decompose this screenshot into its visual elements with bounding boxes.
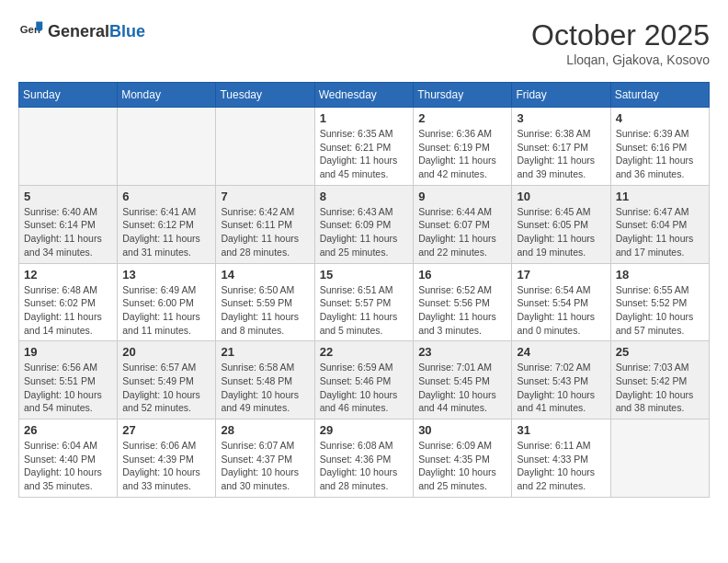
day-number: 13 [122,268,210,282]
page-header: Gen GeneralBlue October 2025 Lloqan, Gja… [18,18,710,67]
day-number: 16 [418,268,506,282]
day-number: 29 [320,423,408,437]
day-info: Sunrise: 6:47 AM Sunset: 6:04 PM Dayligh… [616,205,704,259]
calendar-day-cell: 2Sunrise: 6:36 AM Sunset: 6:19 PM Daylig… [414,108,512,186]
day-number: 1 [320,111,408,125]
day-number: 20 [122,345,210,359]
calendar-day-cell: 12Sunrise: 6:48 AM Sunset: 6:02 PM Dayli… [19,263,118,341]
day-info: Sunrise: 6:04 AM Sunset: 4:40 PM Dayligh… [24,439,112,493]
weekday-header: Tuesday [216,83,314,108]
calendar-table: SundayMondayTuesdayWednesdayThursdayFrid… [18,82,710,498]
day-number: 22 [320,345,408,359]
day-number: 23 [418,345,506,359]
calendar-day-cell: 16Sunrise: 6:52 AM Sunset: 5:56 PM Dayli… [414,263,512,341]
day-info: Sunrise: 6:11 AM Sunset: 4:33 PM Dayligh… [517,439,605,493]
weekday-header: Monday [118,83,216,108]
day-info: Sunrise: 6:08 AM Sunset: 4:36 PM Dayligh… [320,439,408,493]
calendar-day-cell: 10Sunrise: 6:45 AM Sunset: 6:05 PM Dayli… [512,185,610,263]
day-info: Sunrise: 6:57 AM Sunset: 5:49 PM Dayligh… [122,361,210,415]
day-info: Sunrise: 7:02 AM Sunset: 5:43 PM Dayligh… [517,361,605,415]
day-info: Sunrise: 6:50 AM Sunset: 5:59 PM Dayligh… [221,283,309,338]
day-info: Sunrise: 6:58 AM Sunset: 5:48 PM Dayligh… [221,361,309,415]
calendar-day-cell: 9Sunrise: 6:44 AM Sunset: 6:07 PM Daylig… [414,185,512,263]
day-info: Sunrise: 6:35 AM Sunset: 6:21 PM Dayligh… [320,127,408,181]
weekday-header-row: SundayMondayTuesdayWednesdayThursdayFrid… [19,83,710,108]
day-number: 15 [320,268,408,282]
day-info: Sunrise: 6:06 AM Sunset: 4:39 PM Dayligh… [122,439,210,493]
calendar-day-cell: 22Sunrise: 6:59 AM Sunset: 5:46 PM Dayli… [314,341,413,419]
logo-icon: Gen [18,18,44,44]
calendar-day-cell: 13Sunrise: 6:49 AM Sunset: 6:00 PM Dayli… [118,263,216,341]
day-number: 8 [320,190,408,203]
day-number: 31 [517,423,605,437]
day-number: 19 [24,345,112,359]
calendar-day-cell: 20Sunrise: 6:57 AM Sunset: 5:49 PM Dayli… [118,341,216,419]
day-info: Sunrise: 6:45 AM Sunset: 6:05 PM Dayligh… [517,205,605,259]
calendar-day-cell: 15Sunrise: 6:51 AM Sunset: 5:57 PM Dayli… [314,263,413,341]
calendar-day-cell: 19Sunrise: 6:56 AM Sunset: 5:51 PM Dayli… [19,341,118,419]
day-number: 3 [517,111,605,125]
calendar-day-cell: 11Sunrise: 6:47 AM Sunset: 6:04 PM Dayli… [610,185,709,263]
day-number: 30 [418,423,506,437]
day-number: 11 [616,190,704,203]
day-number: 4 [616,111,704,125]
day-info: Sunrise: 6:40 AM Sunset: 6:14 PM Dayligh… [24,205,112,259]
day-number: 25 [616,345,704,359]
calendar-week-row: 12Sunrise: 6:48 AM Sunset: 6:02 PM Dayli… [19,263,710,341]
weekday-header: Thursday [414,83,512,108]
day-number: 17 [517,268,605,282]
day-number: 7 [221,190,309,203]
day-number: 9 [418,190,506,203]
calendar-day-cell: 27Sunrise: 6:06 AM Sunset: 4:39 PM Dayli… [118,419,216,498]
day-number: 24 [517,345,605,359]
day-info: Sunrise: 6:54 AM Sunset: 5:54 PM Dayligh… [517,283,605,338]
calendar-day-cell: 25Sunrise: 7:03 AM Sunset: 5:42 PM Dayli… [610,341,709,419]
calendar-day-cell [19,108,118,186]
calendar-week-row: 19Sunrise: 6:56 AM Sunset: 5:51 PM Dayli… [19,341,710,419]
weekday-header: Wednesday [314,83,413,108]
calendar-day-cell: 8Sunrise: 6:43 AM Sunset: 6:09 PM Daylig… [314,185,413,263]
calendar-day-cell: 31Sunrise: 6:11 AM Sunset: 4:33 PM Dayli… [512,419,610,498]
day-info: Sunrise: 6:51 AM Sunset: 5:57 PM Dayligh… [320,283,408,338]
day-info: Sunrise: 6:38 AM Sunset: 6:17 PM Dayligh… [517,127,605,181]
calendar-day-cell: 3Sunrise: 6:38 AM Sunset: 6:17 PM Daylig… [512,108,610,186]
day-info: Sunrise: 6:07 AM Sunset: 4:37 PM Dayligh… [221,439,309,493]
weekday-header: Saturday [610,83,709,108]
calendar-day-cell: 1Sunrise: 6:35 AM Sunset: 6:21 PM Daylig… [314,108,413,186]
day-info: Sunrise: 6:39 AM Sunset: 6:16 PM Dayligh… [616,127,704,181]
calendar-day-cell: 7Sunrise: 6:42 AM Sunset: 6:11 PM Daylig… [216,185,314,263]
calendar-day-cell: 14Sunrise: 6:50 AM Sunset: 5:59 PM Dayli… [216,263,314,341]
calendar-day-cell: 18Sunrise: 6:55 AM Sunset: 5:52 PM Dayli… [610,263,709,341]
day-number: 10 [517,190,605,203]
day-number: 14 [221,268,309,282]
day-info: Sunrise: 6:09 AM Sunset: 4:35 PM Dayligh… [418,439,506,493]
day-info: Sunrise: 6:49 AM Sunset: 6:00 PM Dayligh… [122,283,210,338]
month-title: October 2025 [531,18,710,52]
day-number: 28 [221,423,309,437]
calendar-week-row: 5Sunrise: 6:40 AM Sunset: 6:14 PM Daylig… [19,185,710,263]
day-number: 18 [616,268,704,282]
calendar-day-cell: 21Sunrise: 6:58 AM Sunset: 5:48 PM Dayli… [216,341,314,419]
logo-blue-text: Blue [109,22,145,40]
day-info: Sunrise: 6:42 AM Sunset: 6:11 PM Dayligh… [221,205,309,259]
title-block: October 2025 Lloqan, Gjakova, Kosovo [531,18,710,67]
calendar-week-row: 26Sunrise: 6:04 AM Sunset: 4:40 PM Dayli… [19,419,710,498]
calendar-day-cell: 17Sunrise: 6:54 AM Sunset: 5:54 PM Dayli… [512,263,610,341]
calendar-day-cell: 28Sunrise: 6:07 AM Sunset: 4:37 PM Dayli… [216,419,314,498]
location-text: Lloqan, Gjakova, Kosovo [531,52,710,67]
day-info: Sunrise: 6:59 AM Sunset: 5:46 PM Dayligh… [320,361,408,415]
calendar-day-cell: 24Sunrise: 7:02 AM Sunset: 5:43 PM Dayli… [512,341,610,419]
calendar-day-cell [216,108,314,186]
weekday-header: Sunday [19,83,118,108]
calendar-day-cell: 5Sunrise: 6:40 AM Sunset: 6:14 PM Daylig… [19,185,118,263]
day-number: 26 [24,423,112,437]
logo-general-text: General [48,22,109,40]
calendar-week-row: 1Sunrise: 6:35 AM Sunset: 6:21 PM Daylig… [19,108,710,186]
day-number: 2 [418,111,506,125]
day-info: Sunrise: 7:01 AM Sunset: 5:45 PM Dayligh… [418,361,506,415]
day-info: Sunrise: 6:48 AM Sunset: 6:02 PM Dayligh… [24,283,112,338]
day-number: 6 [122,190,210,203]
calendar-day-cell: 30Sunrise: 6:09 AM Sunset: 4:35 PM Dayli… [414,419,512,498]
calendar-day-cell: 6Sunrise: 6:41 AM Sunset: 6:12 PM Daylig… [118,185,216,263]
day-number: 27 [122,423,210,437]
